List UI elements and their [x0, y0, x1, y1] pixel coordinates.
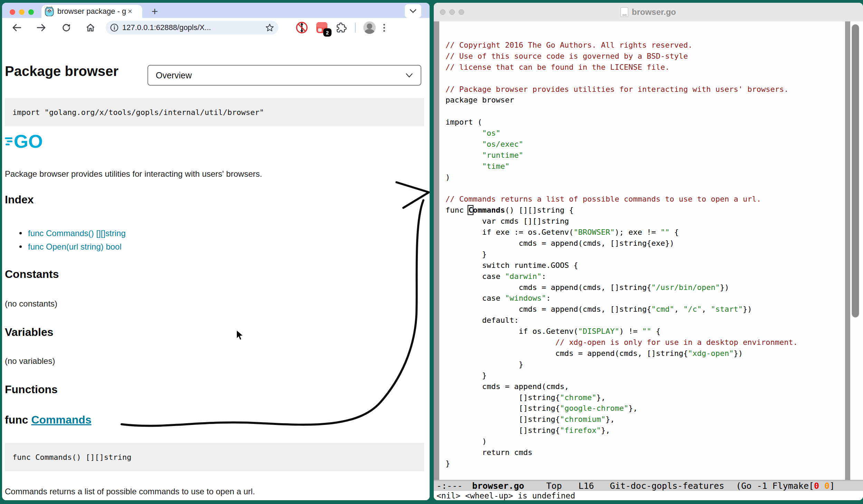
extensions-area: 2 — [296, 21, 385, 35]
left-scrollbar[interactable] — [434, 21, 439, 480]
code-lines: // Copyright 2016 The Go Authors. All ri… — [445, 41, 843, 480]
doc-page: Package browser Overview import "golang.… — [2, 37, 430, 500]
go-logo: GO — [5, 130, 57, 151]
echo-area: <nil> <wheel-up> is undefined — [434, 491, 863, 500]
flymake-error-count: 0 — [814, 481, 819, 491]
browser-toolbar: 127.0.0.1:62888/gopls/X... — [2, 18, 430, 38]
index-list: func Commands() [][]string func Open(url… — [19, 226, 126, 253]
nav-select[interactable]: Overview — [147, 65, 421, 86]
index-heading: Index — [5, 193, 34, 206]
modeline-space — [819, 481, 824, 491]
site-info-icon[interactable] — [110, 23, 119, 32]
tab-title: browser package - golang.or — [57, 7, 126, 16]
func-commands-heading: func Commands — [5, 414, 92, 426]
chevron-down-icon — [405, 73, 413, 78]
modeline-vc-branch: Git-doc-gopls-features — [610, 481, 724, 491]
tab-search-chevron-button[interactable] — [405, 4, 421, 18]
emacs-modeline: -:---browser.goTopL16Git-doc-gopls-featu… — [434, 480, 863, 491]
constants-empty: (no constants) — [5, 299, 57, 309]
func-signature-block: func Commands() [][]string — [5, 443, 424, 471]
extensions-puzzle-icon[interactable] — [336, 22, 347, 33]
url-text[interactable]: 127.0.0.1:62888/gopls/X... — [122, 23, 265, 32]
bookmark-star-icon[interactable] — [265, 23, 274, 32]
forward-button[interactable] — [35, 21, 48, 35]
profile-avatar[interactable] — [363, 21, 376, 34]
browser-menu-icon[interactable] — [383, 24, 385, 32]
code-buffer: // Copyright 2016 The Go Authors. All ri… — [434, 21, 863, 480]
list-item: func Commands() [][]string — [19, 226, 126, 240]
modeline-position: Top — [546, 481, 562, 491]
bullet-dot — [19, 232, 22, 234]
right-scrollbar-thumb[interactable] — [852, 24, 859, 318]
flymake-warning-count: 0 — [824, 481, 830, 491]
editor-title-group: GO browser.go — [434, 3, 863, 21]
constants-heading: Constants — [5, 268, 59, 281]
mac-close-button[interactable] — [10, 9, 15, 15]
home-button[interactable] — [84, 21, 97, 35]
bullet-dot — [19, 245, 22, 248]
modeline-prefix: -:--- — [437, 481, 462, 491]
svg-text:GO: GO — [14, 131, 43, 151]
mac-minimize-button[interactable] — [19, 9, 25, 15]
functions-heading: Functions — [5, 383, 58, 396]
func-keyword: func — [5, 414, 31, 426]
right-scrollbar-track[interactable] — [845, 21, 850, 480]
editor-window-title: browser.go — [632, 7, 676, 17]
toolbar-divider — [355, 23, 356, 32]
modeline-buffer-name: browser.go — [472, 481, 524, 491]
modeline-line-number: L16 — [578, 481, 594, 491]
gopher-favicon-icon — [45, 7, 54, 16]
page-title: Package browser — [5, 64, 118, 79]
file-document-icon: GO — [621, 7, 628, 17]
browser-tab[interactable]: browser package - golang.or × — [41, 5, 142, 18]
func-signature: func Commands() [][]string — [12, 453, 131, 462]
func-description: Commands returns a list of possible comm… — [5, 487, 255, 496]
index-link-open[interactable]: func Open(url string) bool — [28, 242, 122, 252]
nav-select-value: Overview — [156, 70, 192, 80]
extension-badge: 2 — [323, 28, 332, 37]
echo-message: <nil> <wheel-up> is undefined — [437, 491, 575, 500]
red-extension-icon[interactable]: 2 — [316, 21, 328, 34]
editor-titlebar: GO browser.go — [434, 3, 863, 22]
package-description: Package browser provides utilities for i… — [5, 169, 262, 179]
back-button[interactable] — [10, 21, 23, 35]
variables-empty: (no variables) — [5, 356, 55, 366]
new-tab-button[interactable]: + — [148, 6, 161, 18]
mac-maximize-button[interactable] — [28, 9, 34, 15]
editor-window: GO browser.go // Copyright 2016 The Go A… — [434, 3, 863, 500]
tab-close-icon[interactable]: × — [128, 8, 132, 15]
address-bar[interactable]: 127.0.0.1:62888/gopls/X... — [106, 21, 278, 35]
modeline-bracket-close: ] — [830, 481, 835, 491]
import-code-block: import "golang.org/x/tools/gopls/interna… — [5, 98, 424, 126]
index-link-commands[interactable]: func Commands() [][]string — [28, 229, 126, 238]
commands-link[interactable]: Commands — [31, 414, 91, 426]
mouse-cursor — [236, 330, 245, 341]
browser-window: browser package - golang.or × + 127.0.0.… — [2, 3, 430, 500]
tab-strip: browser package - golang.or × + — [2, 3, 430, 18]
variables-heading: Variables — [5, 326, 54, 339]
import-line: import "golang.org/x/tools/gopls/interna… — [12, 108, 264, 117]
list-item: func Open(url string) bool — [19, 240, 126, 253]
scroll-blocker-extension-icon[interactable] — [296, 21, 308, 34]
modeline-modes: (Go -1 Flymake[ — [736, 481, 814, 491]
reload-button[interactable] — [59, 21, 73, 35]
